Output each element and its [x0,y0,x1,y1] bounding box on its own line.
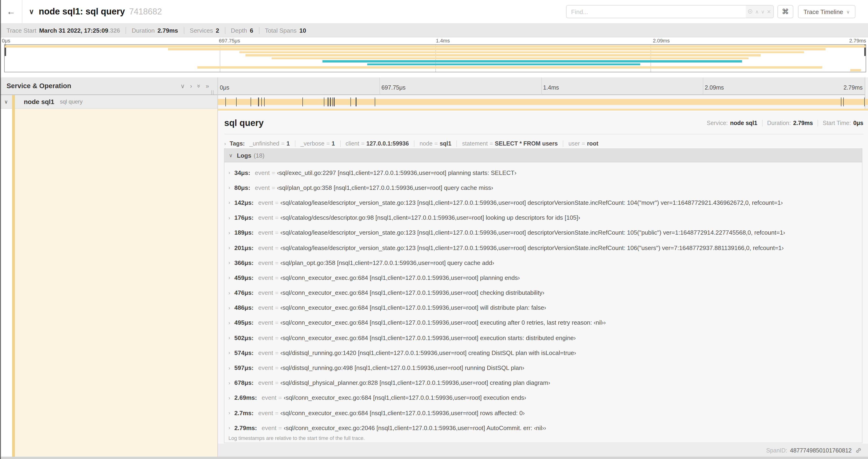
log-timestamp: 495μs: [234,319,253,326]
logs-header[interactable]: ∨ Logs (18) [224,149,862,162]
log-key: event [255,184,270,191]
view-dropdown-label: Trace Timeline [804,8,843,15]
log-tick-mark [236,97,237,106]
trace-minimap[interactable] [4,44,866,72]
tag-equals: = [434,140,438,147]
span-duration-bar[interactable] [218,99,868,105]
summary-value: 10 [299,27,306,34]
log-entry-row[interactable]: › 476μs: event = ‹sql/conn_executor_exec… [224,285,862,300]
chevron-right-icon: › [228,305,230,311]
page-bottom-edge [0,457,868,459]
back-button[interactable]: ← [0,0,22,24]
find-group: ∧ ∨ ✕ [566,5,774,18]
detail-left-column [15,109,217,457]
log-entry-row[interactable]: › 201μs: event = ‹sql/catalog/lease/desc… [224,240,862,255]
log-timestamp: 678μs: [234,379,253,386]
log-timestamp: 486μs: [234,304,253,312]
collapse-all-icon[interactable]: » [196,84,202,88]
tag-item: _verbose = 1 [295,140,335,147]
expand-one-icon[interactable]: › [190,83,192,89]
log-value: ‹sql/catalog/lease/descriptor_version_st… [280,229,785,236]
back-arrow-icon: ← [6,6,16,17]
log-entry-row[interactable]: › 2.69ms: event = ‹sql/conn_executor_exe… [224,390,862,405]
detail-top-accent [218,109,868,110]
summary-item: Depth 6 [225,27,253,34]
minimap-span-bar [5,45,866,47]
summary-value: 2.79ms [157,27,178,34]
minimap-span-bar [322,60,742,62]
log-entry-row[interactable]: › 80μs: event = ‹sql/plan_opt.go:358 [ns… [224,180,862,195]
span-row-timeline[interactable] [217,95,865,109]
find-prev-icon[interactable]: ∧ [755,9,759,14]
log-tick-mark [332,97,333,106]
tick-label: 2.09ms [653,38,670,43]
span-id-bar: SpanID: 4877749850101760812 [218,444,868,457]
log-timestamp: 189μs: [234,229,253,236]
log-entry-row[interactable]: › 2.7ms: event = ‹sql/conn_executor_exec… [224,405,862,420]
log-entry-row[interactable]: › 366μs: event = ‹sql/plan_opt.go:358 [n… [224,255,862,270]
chevron-down-icon: ∨ [846,9,850,14]
span-collapse-icon[interactable]: ∨ [0,99,12,105]
span-detail-title: sql query [224,118,264,128]
log-equals: = [278,394,282,401]
log-entry-row[interactable]: › 2.79ms: event = ‹sql/conn_executor_exe… [224,420,862,435]
log-equals: = [275,214,278,221]
log-value: ‹sql/conn_executor_exec.go:684 [nsql1,cl… [280,409,525,416]
span-row-label[interactable]: ∨ node sql1 sql query [0,95,217,109]
match-case-icon[interactable] [748,9,753,15]
chevron-right-icon: › [228,290,230,296]
log-entry-row[interactable]: › 486μs: event = ‹sql/conn_executor_exec… [224,300,862,315]
log-tick-mark [350,97,351,106]
log-value: ‹sql/conn_executor_exec.go:684 [nsql1,cl… [280,289,545,296]
chevron-right-icon: › [228,350,230,356]
log-equals: = [275,334,278,341]
log-equals: = [275,409,278,416]
page-title: node sql1: sql query [39,6,125,17]
tick-label: 2.09ms [705,85,724,91]
minimap-span-bar [245,54,761,56]
log-timestamp: 176μs: [234,214,253,221]
find-next-icon[interactable]: ∨ [761,9,765,14]
span-service-name: node sql1 [24,98,54,105]
view-dropdown[interactable]: Trace Timeline ∨ [798,5,856,18]
log-entry-row[interactable]: › 678μs: event = ‹sql/distsql_physical_p… [224,375,862,390]
log-entry-row[interactable]: › 459μs: event = ‹sql/conn_executor_exec… [224,270,862,285]
log-entry-row[interactable]: › 189μs: event = ‹sql/catalog/lease/desc… [224,225,862,240]
log-entry-row[interactable]: › 495μs: event = ‹sql/conn_executor_exec… [224,315,862,330]
column-resize-handle[interactable]: || [211,90,214,95]
meta-value: 2.79ms [793,120,813,126]
log-value: ‹sql/conn_executor_exec.go:684 [nsql1,cl… [280,319,606,326]
logs-count: (18) [254,152,265,159]
log-timestamp: 574μs: [234,349,253,356]
find-clear-icon[interactable]: ✕ [767,9,771,14]
meta-item: Duration: 2.79ms [762,120,813,126]
log-entry-row[interactable]: › 142μs: event = ‹sql/catalog/lease/desc… [224,195,862,210]
log-entry-row[interactable]: › 597μs: event = ‹sql/distsql_running.go… [224,360,862,375]
log-entry-row[interactable]: › 502μs: event = ‹sql/conn_executor_exec… [224,330,862,345]
expand-all-icon[interactable]: » [206,83,209,89]
chevron-right-icon: › [228,170,230,175]
deep-link-icon[interactable] [856,447,862,453]
log-timestamp: 459μs: [234,274,253,281]
meta-item: Service: node sql1 [707,120,757,126]
tag-value: SELECT * FROM users [495,140,558,147]
tag-item: user = root [563,140,598,147]
span-detail-meta: Service: node sql1 Duration: 2.79ms Star… [707,120,863,126]
tag-item: node = sql1 [414,140,451,147]
log-value: ‹sql/conn_executor_exec.go:684 [nsql1,cl… [280,334,576,341]
find-input[interactable] [566,6,746,18]
collapse-one-icon[interactable]: ∨ [180,83,185,89]
log-key: event [258,214,273,221]
tags-toggle-row[interactable]: › Tags: _unfinished = 1 _verbose = 1 cli… [224,138,598,149]
minimap-span-bar [168,48,826,51]
keyboard-shortcuts-button[interactable]: ⌘ [777,5,793,18]
chevron-right-icon: › [228,395,230,401]
trace-collapse-icon[interactable]: ∨ [29,7,34,16]
log-tick-mark [334,97,335,106]
chevron-right-icon: › [228,275,230,281]
log-entry-row[interactable]: › 34μs: event = ‹sql/exec_util.go:2297 [… [224,165,862,180]
log-entry-row[interactable]: › 176μs: event = ‹sql/catalog/descs/desc… [224,210,862,225]
log-entry-row[interactable]: › 574μs: event = ‹sql/distsql_running.go… [224,346,862,360]
command-icon: ⌘ [782,7,789,16]
service-operation-title: Service & Operation [6,82,71,90]
